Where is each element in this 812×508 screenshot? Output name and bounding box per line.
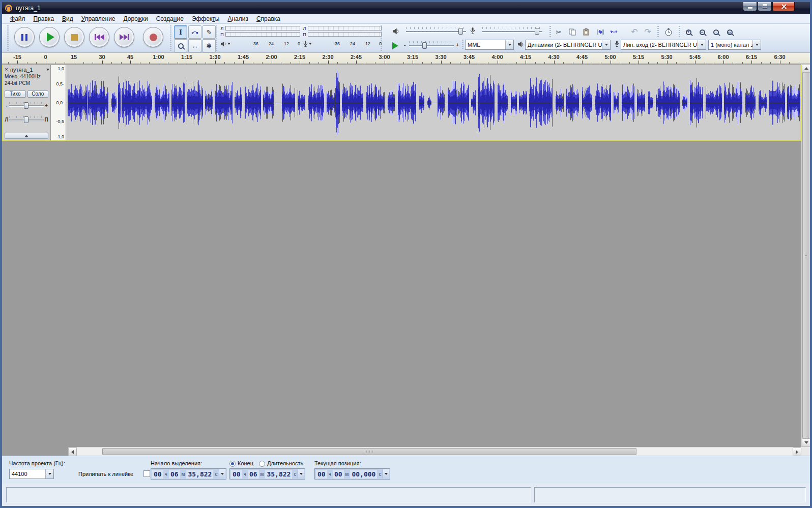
horizontal-scroll-thumb[interactable] xyxy=(102,448,636,455)
tools-toolbar-gripper[interactable] xyxy=(170,25,171,51)
fit-selection-button[interactable]: ↔ xyxy=(709,25,722,39)
gain-thumb[interactable] xyxy=(24,102,28,109)
combo-arrow[interactable] xyxy=(45,469,53,479)
close-button[interactable] xyxy=(772,2,795,11)
pan-thumb[interactable] xyxy=(24,116,28,123)
timer-toolbar-gripper[interactable] xyxy=(657,26,659,38)
waveform-canvas[interactable] xyxy=(66,65,801,140)
skip-to-start-button[interactable] xyxy=(89,27,109,47)
menu-file[interactable]: Файл xyxy=(6,14,30,23)
vertical-scroll-thumb[interactable] xyxy=(802,73,809,438)
scroll-down-button[interactable] xyxy=(802,438,810,447)
playback-meter[interactable]: Л П -36-24-120 xyxy=(219,25,300,51)
silence-audio-button[interactable] xyxy=(608,26,620,38)
vertical-scrollbar[interactable] xyxy=(801,64,810,447)
output-volume-thumb[interactable] xyxy=(458,28,463,35)
input-channels-combo[interactable]: 1 (моно) канал за xyxy=(708,40,761,50)
draw-tool-button[interactable]: ✎ xyxy=(202,25,216,39)
mute-button[interactable]: Тихо xyxy=(5,91,26,98)
undo-button[interactable]: ↶ xyxy=(628,26,641,38)
minimize-button[interactable] xyxy=(743,2,757,11)
output-volume-slider[interactable] xyxy=(406,27,466,35)
record-button[interactable] xyxy=(143,27,163,47)
edit-toolbar-gripper[interactable] xyxy=(549,26,551,38)
titlebar[interactable]: путяга_1 xyxy=(2,2,810,14)
multi-tool-button[interactable]: ✱ xyxy=(202,39,216,52)
time-digits[interactable]: 06 xyxy=(248,470,259,479)
output-device-combo[interactable]: Динамики (2- BEHRINGER USB xyxy=(525,40,611,50)
copy-button[interactable] xyxy=(566,26,578,38)
track-menu-arrow-icon[interactable] xyxy=(46,69,49,71)
menu-edit[interactable]: Правка xyxy=(30,14,59,23)
skip-to-end-button[interactable] xyxy=(114,27,134,47)
waveform-area[interactable] xyxy=(66,65,801,140)
input-device-combo[interactable]: Лин. вход (2- BEHRINGER US xyxy=(621,40,706,50)
scroll-up-button[interactable] xyxy=(802,64,810,73)
combo-arrow[interactable] xyxy=(602,40,610,49)
time-format-arrow[interactable] xyxy=(383,469,389,479)
selection-end-field[interactable]: 00ч06м35,822с xyxy=(229,468,305,480)
transport-toolbar-gripper[interactable] xyxy=(7,25,9,51)
zoom-tool-button[interactable] xyxy=(174,39,187,52)
meter-toolbar-gripper[interactable] xyxy=(216,25,217,51)
zoom-out-button[interactable]: − xyxy=(695,25,709,39)
selection-tool-button[interactable]: I xyxy=(174,25,187,39)
play-button[interactable] xyxy=(39,27,60,47)
cut-button[interactable]: ✂ xyxy=(553,26,565,38)
end-radio[interactable] xyxy=(229,461,236,467)
menu-generate[interactable]: Создание xyxy=(152,14,188,23)
gain-slider[interactable]: - + xyxy=(4,101,49,110)
menu-transport[interactable]: Управление xyxy=(77,14,120,23)
timeshift-tool-button[interactable]: ↔ xyxy=(188,39,201,52)
time-digits[interactable]: 00 xyxy=(333,470,344,479)
time-digits[interactable]: 35,822 xyxy=(186,470,213,479)
time-digits[interactable]: 35,822 xyxy=(265,470,292,479)
playback-speed-slider[interactable] xyxy=(409,41,454,49)
device-toolbar-gripper[interactable] xyxy=(462,40,463,50)
menu-help[interactable]: Справка xyxy=(252,14,284,23)
recording-meter[interactable]: Л П -36-24-120 xyxy=(301,25,382,51)
envelope-tool-button[interactable] xyxy=(188,25,201,39)
input-volume-thumb[interactable] xyxy=(535,28,539,35)
horizontal-scrollbar[interactable] xyxy=(68,447,801,456)
time-digits[interactable]: 00 xyxy=(152,470,163,479)
timer-record-button[interactable] xyxy=(661,25,676,39)
play-at-speed-button[interactable] xyxy=(390,40,401,51)
fit-project-button[interactable]: ▭ xyxy=(723,25,736,39)
time-format-arrow[interactable] xyxy=(298,469,304,479)
pan-slider[interactable]: Л П xyxy=(4,115,49,124)
time-digits[interactable]: 06 xyxy=(169,470,180,479)
combo-arrow[interactable] xyxy=(698,40,706,49)
track-close-button[interactable]: × xyxy=(4,67,9,72)
redo-button[interactable]: ↷ xyxy=(642,26,654,38)
end-radio-label[interactable]: Конец xyxy=(238,460,253,466)
zoom-toolbar-gripper[interactable] xyxy=(679,26,680,38)
selection-start-field[interactable]: 00ч06м35,822с xyxy=(151,468,226,480)
paste-button[interactable] xyxy=(580,26,592,38)
time-format-arrow[interactable] xyxy=(219,469,225,479)
maximize-button[interactable] xyxy=(758,2,772,11)
scroll-left-button[interactable] xyxy=(68,447,77,456)
vertical-ruler[interactable]: 1,0 0,5- 0,0- -0,5 -1,0 xyxy=(51,65,66,140)
menu-tracks[interactable]: Дорожки xyxy=(120,14,152,23)
length-radio-label[interactable]: Длительность xyxy=(267,460,303,466)
time-digits[interactable]: 00,000 xyxy=(350,470,377,479)
collapse-track-button[interactable] xyxy=(5,133,48,139)
audio-position-field[interactable]: 00ч00м00,000с xyxy=(314,468,390,480)
menu-analyze[interactable]: Анализ xyxy=(223,14,252,23)
host-combo[interactable]: MME xyxy=(465,40,514,50)
stop-button[interactable] xyxy=(64,27,84,47)
time-digits[interactable]: 00 xyxy=(231,470,242,479)
solo-button[interactable]: Соло xyxy=(27,91,49,98)
playback-speed-thumb[interactable] xyxy=(422,42,427,49)
combo-arrow[interactable] xyxy=(752,40,761,49)
pause-button[interactable] xyxy=(14,27,35,47)
input-volume-slider[interactable] xyxy=(482,27,542,35)
timeline-ruler[interactable]: -1501530451:001:151:301:452:002:152:302:… xyxy=(2,53,810,64)
snap-to-checkbox[interactable] xyxy=(143,470,150,477)
trim-audio-button[interactable] xyxy=(594,26,606,38)
time-digits[interactable]: 00 xyxy=(316,470,327,479)
zoom-in-button[interactable]: + xyxy=(682,25,695,39)
track-name[interactable]: путяга_1 xyxy=(9,67,46,73)
project-rate-combo[interactable]: 44100 xyxy=(9,469,54,479)
